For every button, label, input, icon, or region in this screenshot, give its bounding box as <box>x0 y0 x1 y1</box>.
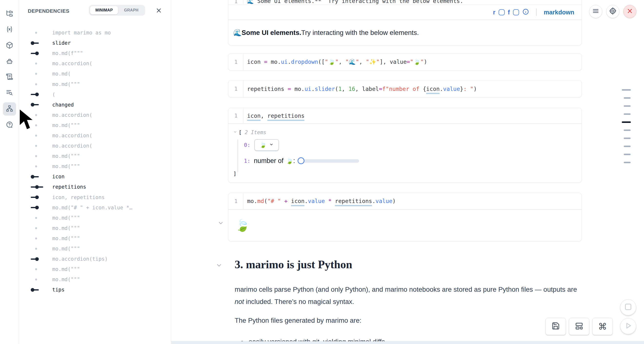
code-line: repetitions = mo.ui.slider(1, 16, label=… <box>244 86 477 92</box>
save-icon <box>552 322 560 331</box>
reactive-toggle-checkbox[interactable] <box>498 9 505 15</box>
dependency-item-label: mo.md(""" <box>52 266 80 272</box>
line-number: 1 <box>228 86 244 92</box>
dependency-item[interactable]: import marimo as mo <box>19 28 171 38</box>
panel-title: DEPENDENCIES <box>28 8 70 14</box>
sidebar-item-dependencies[interactable] <box>3 102 16 116</box>
outline-bar[interactable] <box>622 121 631 123</box>
collapse-section-chevron[interactable] <box>216 262 222 270</box>
outline-bar[interactable] <box>624 146 630 147</box>
info-icon[interactable] <box>522 8 529 16</box>
dependency-item[interactable]: mo.accordion(tips) <box>19 254 171 264</box>
markdown-cell-toolbar: r f markdown <box>228 5 582 20</box>
settings-button[interactable] <box>606 5 619 18</box>
dependency-item-label: mo.accordion( <box>52 133 92 138</box>
sidebar-item-help[interactable] <box>3 118 16 132</box>
outline-bar[interactable] <box>624 97 630 99</box>
dependency-item[interactable]: mo.md(""" <box>19 79 171 89</box>
dependency-item[interactable]: mo.md(""" <box>19 151 171 161</box>
dependency-item-label: ( <box>52 92 55 97</box>
line-number: 1 <box>228 0 244 5</box>
chevron-down-icon[interactable] <box>233 130 237 135</box>
dependency-item[interactable]: mo.md(""" <box>19 264 171 274</box>
close-panel-button[interactable] <box>155 7 163 15</box>
language-badge[interactable]: markdown <box>544 9 574 16</box>
dependency-item[interactable]: mo.accordion( <box>19 141 171 151</box>
sidebar-rail <box>0 0 19 344</box>
dependency-item[interactable]: mo.md(""" <box>19 233 171 244</box>
code-line: icon = mo.ui.dropdown(["🍃", "🌊", "✨"], v… <box>244 59 427 65</box>
chevron-down-icon <box>269 142 274 147</box>
notebook-cell-md-result: 1 mo.md("# " + icon.value * repetitions.… <box>228 193 582 241</box>
dependency-item[interactable]: mo.md(""" <box>19 223 171 233</box>
outline-bar[interactable] <box>624 105 630 107</box>
dot-marker-icon <box>31 227 45 229</box>
sidebar-item-file-tree[interactable] <box>3 7 16 21</box>
tree-item-1: 1: number of 🍃 : <box>233 157 582 165</box>
code-editor[interactable]: 1 🌊 Some UI elements.** Try interacting … <box>228 0 582 5</box>
dot-marker-icon <box>31 63 45 65</box>
dot-marker-icon <box>31 248 45 250</box>
dependency-item[interactable]: mo.md(""" <box>19 213 171 223</box>
code-editor[interactable]: 1 mo.md("# " + icon.value * repetitions.… <box>228 193 582 209</box>
outline-bar[interactable] <box>624 137 630 139</box>
code-editor[interactable]: 1 icon, repetitions <box>228 108 582 123</box>
sidebar-item-packages[interactable] <box>3 39 16 52</box>
dot-marker-icon <box>31 73 45 75</box>
cell-output-tree: [ 2 Items 0: 🍃 1: number of 🍃 : ] <box>228 124 582 183</box>
dependency-item[interactable]: mo.md(f""" <box>19 48 171 58</box>
robot-icon <box>6 57 13 66</box>
dependency-item[interactable]: changed <box>19 100 171 110</box>
sidebar-item-logs[interactable] <box>3 71 16 84</box>
tree-root-row[interactable]: [ 2 Items <box>233 129 582 135</box>
dropdown-select[interactable]: 🍃 <box>254 139 279 151</box>
dependency-item-label: mo.md(""" <box>52 163 80 169</box>
outline-bar[interactable] <box>624 113 630 115</box>
dependency-item[interactable]: mo.md(""" <box>19 244 171 254</box>
dot-marker-icon <box>31 268 45 270</box>
run-all-button[interactable] <box>620 318 636 334</box>
dependency-item[interactable]: slider <box>19 38 171 48</box>
save-button[interactable] <box>546 318 566 335</box>
collapse-output-chevron[interactable] <box>218 220 224 227</box>
slider-track[interactable] <box>301 159 359 163</box>
sidebar-item-ai-assistant[interactable] <box>3 55 16 68</box>
out-marker-icon <box>31 288 45 292</box>
tree-guide-line <box>238 139 238 172</box>
dependency-item[interactable]: mo.accordion( <box>19 58 171 69</box>
tab-graph[interactable]: GRAPH <box>118 6 144 15</box>
help-bubble-icon <box>6 121 13 129</box>
tab-minimap[interactable]: MINIMAP <box>90 6 118 15</box>
dependency-item-label: repetitions <box>52 184 86 190</box>
outline-bar[interactable] <box>624 129 630 131</box>
notebook-menu-button[interactable] <box>589 5 602 18</box>
dependency-item[interactable]: repetitions <box>19 182 171 192</box>
slider-widget[interactable] <box>298 157 359 165</box>
fstring-toggle-checkbox[interactable] <box>513 9 519 15</box>
outline-bar[interactable] <box>624 162 630 163</box>
dependency-item[interactable]: tips <box>19 285 171 295</box>
sidebar-item-variables[interactable] <box>3 23 16 36</box>
dependency-item[interactable]: icon, repetitions <box>19 192 171 203</box>
dependency-item[interactable]: mo.md(""" <box>19 161 171 171</box>
slider-thumb[interactable] <box>298 157 304 164</box>
code-editor[interactable]: 1 icon = mo.ui.dropdown(["🍃", "🌊", "✨"],… <box>228 54 582 70</box>
sidebar-item-snippets[interactable] <box>3 86 16 100</box>
scratchpad-button[interactable] <box>620 299 636 315</box>
dependency-item[interactable]: ( <box>19 89 171 100</box>
outline-bar[interactable] <box>622 89 631 91</box>
layout-button[interactable] <box>569 318 589 335</box>
dependency-item[interactable]: mo.md("# " + icon.value *… <box>19 203 171 213</box>
dependency-item[interactable]: mo.md(""" <box>19 274 171 285</box>
dependency-item-label: mo.md(""" <box>52 277 80 282</box>
outline-bar[interactable] <box>624 154 630 155</box>
code-editor[interactable]: 1 repetitions = mo.ui.slider(1, 16, labe… <box>228 80 582 97</box>
dot-marker-icon <box>31 238 45 239</box>
shutdown-button[interactable] <box>623 5 636 18</box>
dependency-item-label: mo.md(""" <box>52 236 80 241</box>
shortcuts-button[interactable]: ⌘ <box>592 318 613 335</box>
slider-label: number of <box>254 157 284 165</box>
dependency-item[interactable]: mo.md( <box>19 69 171 79</box>
dependency-item-label: mo.md(""" <box>52 122 80 128</box>
dependency-item[interactable]: icon <box>19 171 171 182</box>
